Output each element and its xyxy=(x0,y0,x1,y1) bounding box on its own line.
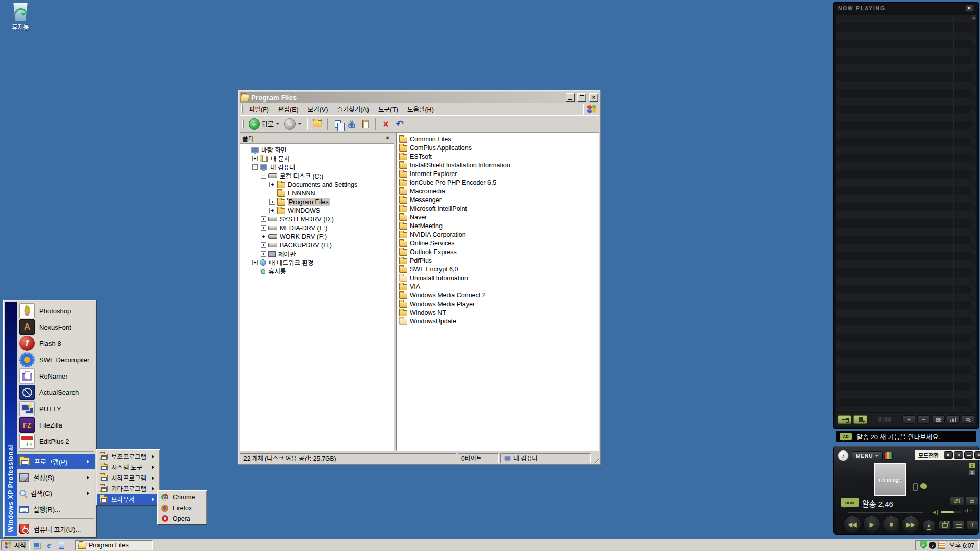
tree-expander[interactable]: − xyxy=(261,173,266,179)
menubar-item[interactable]: 보기(V) xyxy=(303,102,333,116)
playlist-row[interactable] xyxy=(836,334,976,342)
playlist-row[interactable] xyxy=(836,179,976,187)
start-menu-app-filezilla[interactable]: FileZilla xyxy=(17,417,95,433)
file-list-item[interactable]: InstallShield Installation Information xyxy=(398,161,598,169)
playlist-row[interactable] xyxy=(836,268,976,277)
tree-item[interactable]: +내 문서 xyxy=(240,154,394,163)
forward-button[interactable]: → xyxy=(283,117,303,131)
file-list-item[interactable]: Online Services xyxy=(398,239,598,247)
tree-expander[interactable]: + xyxy=(261,251,266,257)
playlist-row[interactable] xyxy=(836,162,976,170)
eject-button[interactable]: ▲ xyxy=(922,520,936,533)
undo-button[interactable]: ↶ xyxy=(394,118,406,130)
menubar-item[interactable]: 도구(T) xyxy=(374,102,403,116)
delete-button[interactable]: × xyxy=(380,118,392,130)
up-folder-button[interactable] xyxy=(311,118,324,130)
playlist-grid-view-button[interactable] xyxy=(932,415,945,424)
maximize-button[interactable] xyxy=(577,93,586,102)
playlist-row[interactable] xyxy=(836,23,976,32)
tree-expander[interactable]: + xyxy=(252,260,258,265)
queue-badge-1[interactable]: 1 xyxy=(969,463,975,468)
playlist-row[interactable] xyxy=(836,64,976,72)
start-menu-app-actualsearch[interactable]: ActualSearch xyxy=(17,384,95,400)
tree-item[interactable]: +WINDOWS xyxy=(240,206,394,215)
playlist-titlebar[interactable]: NOW PLAYING ✕ xyxy=(834,3,978,14)
tree-item[interactable]: +내 네트워크 환경 xyxy=(240,258,394,267)
file-list-item[interactable]: Windows Media Connect 2 xyxy=(398,291,598,299)
tree-item[interactable]: +Documents and Settings xyxy=(240,180,394,189)
file-list-item[interactable]: SWF Encrypt 6,0 xyxy=(398,265,598,273)
file-list-item[interactable]: NetMeeting xyxy=(398,221,598,230)
tree-expander[interactable]: + xyxy=(252,156,258,161)
play-button[interactable]: ▶ xyxy=(863,516,880,533)
file-list-item[interactable]: VIA xyxy=(398,282,598,291)
toolbar-grip[interactable] xyxy=(242,120,244,128)
playlist-row[interactable] xyxy=(836,309,976,317)
start-menu-item-programs[interactable]: 프로그램(P) xyxy=(17,454,95,469)
lyrics-button[interactable]: T xyxy=(966,521,978,530)
programs-submenu-item[interactable]: 시스템 도구 xyxy=(97,462,159,472)
playlist-row[interactable] xyxy=(836,252,976,260)
playlist-row[interactable] xyxy=(836,285,976,293)
mini-mode-button[interactable]: ii xyxy=(954,451,963,459)
playlist-remove-button[interactable]: − xyxy=(917,415,930,424)
playlist-row[interactable] xyxy=(836,391,976,399)
playlist-row[interactable] xyxy=(836,170,976,179)
quicklaunch-internet-explorer[interactable]: e xyxy=(44,541,54,550)
shuffle-button[interactable]: ⇄ xyxy=(965,497,978,506)
playlist-row[interactable] xyxy=(836,236,976,244)
playlist-row[interactable] xyxy=(836,407,976,412)
menubar-item[interactable]: 파일(F) xyxy=(244,102,274,116)
file-list-item[interactable]: ESTsoft xyxy=(398,152,598,161)
start-menu-item-settings[interactable]: 설정(S) xyxy=(17,469,95,485)
player-menu-button[interactable]: MENU xyxy=(852,451,883,460)
taskbar-task-button[interactable]: Program Files xyxy=(75,540,153,550)
playlist-row[interactable] xyxy=(836,138,976,146)
tree-expander[interactable]: + xyxy=(261,234,266,239)
playlist-row[interactable] xyxy=(836,154,976,162)
start-menu-item-search[interactable]: 검색(C) xyxy=(17,485,95,501)
start-menu-app-editplus[interactable]: EditPlus 2 xyxy=(17,433,95,449)
queue-badge-2[interactable]: 2 xyxy=(969,470,975,475)
playlist-sort-button[interactable] xyxy=(947,415,960,424)
playlist-row[interactable] xyxy=(836,399,976,407)
file-list-item[interactable]: Macromedia xyxy=(398,187,598,195)
tree-item[interactable]: +BACKUPDRV (H:) xyxy=(240,241,394,249)
playlist-list[interactable] xyxy=(836,15,976,412)
tree-expander[interactable]: + xyxy=(270,199,275,205)
tree-item[interactable]: −로컬 디스크 (C:) xyxy=(240,171,394,180)
programs-submenu-item[interactable]: 보조프로그램 xyxy=(97,451,159,462)
tree-expander[interactable]: + xyxy=(261,216,266,222)
tree-item[interactable]: 바탕 화면 xyxy=(240,145,394,154)
add-file-button[interactable] xyxy=(853,415,867,424)
playlist-row[interactable] xyxy=(836,342,976,350)
file-list-item[interactable]: Internet Explorer xyxy=(398,169,598,178)
next-button[interactable]: ▶▶ xyxy=(902,516,919,533)
start-menu-app-putty[interactable]: PUTTY xyxy=(17,400,95,417)
menubar-item[interactable]: 도움말(H) xyxy=(403,102,438,116)
playlist-row[interactable] xyxy=(836,358,976,366)
file-list-item[interactable]: Windows NT xyxy=(398,308,598,317)
always-on-top-button[interactable]: ■ xyxy=(944,451,953,459)
playlist-row[interactable] xyxy=(836,228,976,236)
playlist-scrollbar[interactable] xyxy=(971,15,976,412)
bird-icon[interactable] xyxy=(920,483,927,489)
file-list-item[interactable]: ionCube Pro PHP Encoder 6,5 xyxy=(398,178,598,187)
playlist-row[interactable] xyxy=(836,72,976,81)
add-from-device-button[interactable] xyxy=(838,415,851,424)
playlist-row[interactable] xyxy=(836,317,976,325)
playlist-row[interactable] xyxy=(836,211,976,219)
file-list-item[interactable]: NVIDIA Corporation xyxy=(398,230,598,239)
tv-cast-button[interactable] xyxy=(939,521,951,530)
playlist-row[interactable] xyxy=(836,293,976,301)
playlist-row[interactable] xyxy=(836,244,976,252)
playlist-row[interactable] xyxy=(836,366,976,374)
browsers-submenu-item-chrome[interactable]: Chrome xyxy=(159,492,206,503)
playlist-row[interactable] xyxy=(836,203,976,211)
start-menu-item-run[interactable]: 실행(R)... xyxy=(17,501,95,517)
playlist-row[interactable] xyxy=(836,130,976,138)
playlist-row[interactable] xyxy=(836,32,976,40)
paste-button[interactable] xyxy=(359,118,372,130)
skin-palette-icon[interactable] xyxy=(885,452,893,460)
playlist-row[interactable] xyxy=(836,374,976,383)
